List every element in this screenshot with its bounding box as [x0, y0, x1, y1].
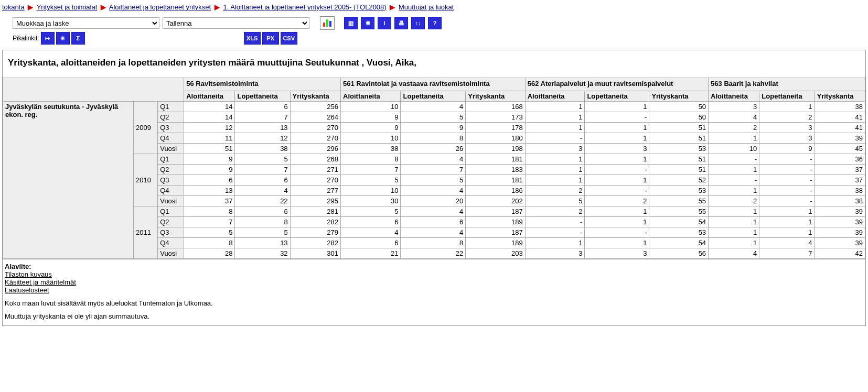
data-cell: -	[759, 154, 815, 165]
breadcrumb-item[interactable]: Yritykset ja toimialat	[37, 3, 98, 11]
footnote-text: Muuttuja yrityskanta ei ole yli ajan sum…	[5, 312, 863, 320]
data-cell: 54	[649, 238, 709, 248]
data-cell: 6	[341, 217, 401, 227]
row-period-header: Vuosi	[158, 144, 184, 154]
data-cell: 2	[525, 186, 585, 196]
data-cell: 1	[709, 206, 759, 217]
data-cell: 181	[466, 175, 525, 186]
data-cell: 180	[466, 133, 525, 144]
row-region-header: Jyväskylän seutukunta - Jyväskylä ekon. …	[3, 102, 134, 259]
data-cell: 10	[341, 133, 401, 144]
download-csv-button[interactable]: CSV	[281, 32, 297, 45]
row-period-header: Q1	[158, 154, 184, 165]
data-cell: -	[585, 112, 649, 123]
data-cell: 1	[709, 227, 759, 238]
data-cell: 8	[401, 238, 466, 248]
data-cell: 5	[341, 175, 401, 186]
data-cell: -	[585, 227, 649, 238]
sub-col-header: Aloittaneita	[709, 91, 759, 102]
data-cell: 277	[290, 186, 340, 196]
breadcrumb-item[interactable]: tokanta	[2, 3, 25, 11]
sub-col-header: Yrityskanta	[649, 91, 709, 102]
quicklink-sum-icon[interactable]: Σ	[71, 32, 85, 45]
data-cell: 187	[466, 206, 525, 217]
data-cell: 13	[184, 186, 235, 196]
footnote-link[interactable]: Tilaston kuvaus	[5, 270, 52, 278]
data-cell: 4	[341, 227, 401, 238]
data-cell: 38	[815, 102, 865, 112]
data-cell: 3	[525, 248, 585, 259]
edit-calc-select[interactable]: Muokkaa ja laske	[13, 17, 159, 29]
data-cell: 13	[235, 238, 290, 248]
data-cell: 2	[759, 112, 815, 123]
data-cell: 5	[235, 154, 290, 165]
sort-icon[interactable]: ↑↓	[411, 17, 425, 29]
data-cell: 38	[815, 196, 865, 206]
data-cell: -	[525, 217, 585, 227]
data-cell: 13	[235, 123, 290, 133]
data-cell: 4	[235, 186, 290, 196]
quicklink-arrow-right-icon[interactable]: ↦	[41, 32, 55, 45]
breadcrumb-item[interactable]: 1. Aloittaneet ja lopettaneet yritykset …	[223, 3, 386, 11]
data-cell: 41	[815, 123, 865, 133]
data-cell: 1	[525, 154, 585, 165]
col-group-header: 563 Baarit ja kahvilat	[709, 78, 865, 91]
download-xls-button[interactable]: XLS	[244, 32, 261, 45]
info-icon[interactable]: i	[378, 17, 391, 29]
data-cell: 50	[649, 112, 709, 123]
data-cell: 2	[585, 196, 649, 206]
save-select[interactable]: Tallenna	[163, 17, 309, 29]
data-cell: 271	[290, 165, 340, 175]
data-cell: 1	[709, 133, 759, 144]
data-cell: 3	[585, 248, 649, 259]
breadcrumb-sep-icon: ▶	[26, 3, 35, 11]
sub-col-header: Aloittaneita	[341, 91, 401, 102]
data-cell: 3	[585, 144, 649, 154]
data-cell: -	[759, 196, 815, 206]
data-cell: 50	[649, 102, 709, 112]
help-icon[interactable]: ?	[428, 17, 442, 29]
print-icon[interactable]: 🖶	[394, 17, 408, 29]
data-cell: 7	[235, 112, 290, 123]
data-cell: 30	[341, 196, 401, 206]
sub-col-header: Aloittaneita	[184, 91, 235, 102]
col-group-header: 56 Ravitsemistoiminta	[184, 78, 341, 91]
breadcrumb-item[interactable]: Muuttujat ja luokat	[399, 3, 454, 11]
corner-header	[3, 78, 184, 102]
col-group-header: 562 Ateriapalvelut ja muut ravitsemispal…	[525, 78, 708, 91]
row-period-header: Q4	[158, 133, 184, 144]
data-cell: 9	[184, 165, 235, 175]
data-cell: 3	[759, 123, 815, 133]
table-title: Yrityskanta, aloittaneiden ja lopettanei…	[3, 50, 865, 78]
data-cell: 45	[815, 144, 865, 154]
footnote-link[interactable]: Käsitteet ja määritelmät	[5, 278, 76, 286]
download-px-button[interactable]: PX	[262, 32, 279, 45]
footnote-link[interactable]: Laatuselosteet	[5, 286, 49, 294]
data-cell: 53	[649, 144, 709, 154]
chart-button[interactable]	[320, 16, 335, 30]
data-cell: 202	[466, 196, 525, 206]
quicklink-snowflake-icon[interactable]: ✳	[56, 32, 70, 45]
data-cell: 2	[709, 123, 759, 133]
data-cell: 187	[466, 227, 525, 238]
data-cell: 6	[235, 102, 290, 112]
data-cell: 8	[341, 154, 401, 165]
columns-icon[interactable]: ▥	[344, 17, 358, 29]
row-year-header: 2010	[134, 154, 158, 206]
data-cell: 198	[466, 144, 525, 154]
data-cell: -	[759, 186, 815, 196]
data-cell: 6	[184, 175, 235, 186]
data-cell: 22	[401, 248, 466, 259]
data-cell: 39	[815, 217, 865, 227]
data-cell: 10	[341, 186, 401, 196]
asterisk-icon[interactable]: ✱	[361, 17, 374, 29]
data-cell: 4	[709, 112, 759, 123]
data-cell: 203	[466, 248, 525, 259]
data-cell: 4	[709, 248, 759, 259]
data-cell: 183	[466, 165, 525, 175]
data-cell: 268	[290, 154, 340, 165]
data-cell: 168	[466, 102, 525, 112]
breadcrumb-item[interactable]: Aloittaneet ja lopettaneet yritykset	[109, 3, 211, 11]
data-cell: 173	[466, 112, 525, 123]
data-cell: 54	[649, 217, 709, 227]
